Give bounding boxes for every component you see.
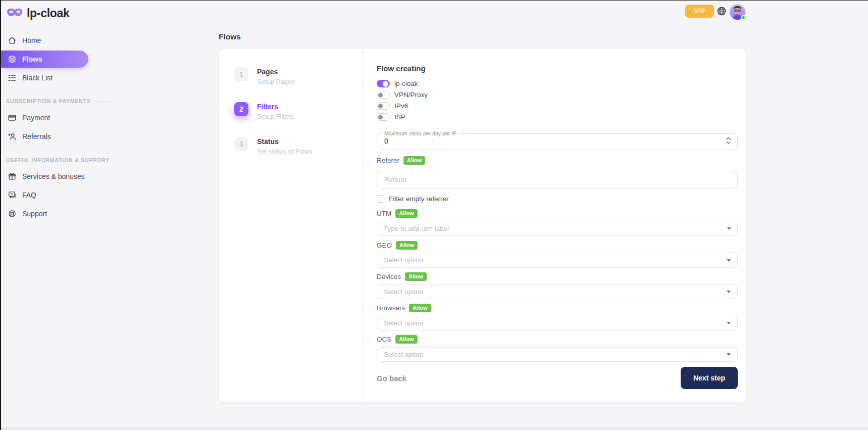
- flow-card: 1 Pages Setup Pages 2 Filters Setup Filt…: [219, 49, 746, 402]
- chevron-down-icon[interactable]: [727, 227, 731, 230]
- step-subtitle: Setup Filters: [257, 113, 294, 120]
- select-placeholder: Select option: [384, 319, 423, 327]
- utm-allow-badge[interactable]: Allow: [395, 209, 417, 218]
- browsers-allow-badge[interactable]: Allow: [409, 304, 431, 312]
- chevron-down-icon: [727, 259, 731, 262]
- flow-form: Flow creating lp-cloak VPN/Proxy IPv6 IS…: [363, 49, 746, 402]
- step-pages[interactable]: 1 Pages Setup Pages: [234, 67, 362, 85]
- geo-allow-badge[interactable]: Allow: [396, 241, 418, 250]
- ocs-allow-badge[interactable]: Allow: [395, 335, 417, 344]
- steps-column: 1 Pages Setup Pages 2 Filters Setup Filt…: [219, 49, 363, 402]
- payment-icon: [8, 113, 17, 122]
- step-title: Pages: [257, 67, 294, 76]
- lp-cloak-toggle[interactable]: [377, 80, 390, 87]
- brand[interactable]: lp-cloak: [7, 7, 70, 20]
- devices-select[interactable]: Select option: [377, 284, 738, 299]
- step-title: Status: [257, 137, 313, 146]
- chevron-down-icon: [727, 322, 731, 324]
- sidebar-item-label: Payment: [22, 114, 50, 122]
- devices-label: Devices: [377, 273, 401, 280]
- sidebar-item-label: FAQ: [22, 191, 36, 199]
- max-clicks-field: Maximum clicks per day per IP: [377, 130, 738, 150]
- toggle-knob: [378, 115, 383, 119]
- support-icon: [8, 209, 17, 218]
- sidebar-item-home[interactable]: Home: [1, 32, 88, 49]
- filter-empty-referrer-checkbox[interactable]: [377, 195, 384, 203]
- bottom-scroll-strip[interactable]: [1, 427, 868, 430]
- referer-allow-badge[interactable]: Allow: [403, 156, 425, 165]
- geo-label-row: GEO Allow: [377, 241, 738, 249]
- step-status[interactable]: 3 Status Set status of Flows: [234, 137, 362, 155]
- browsers-label-row: Browsers Allow: [377, 304, 738, 312]
- language-globe-icon[interactable]: [717, 6, 727, 16]
- go-back-button[interactable]: Go back: [377, 374, 406, 383]
- chevron-down-icon: [727, 353, 731, 356]
- geo-label: GEO: [377, 242, 392, 249]
- toggle-row-lp-cloak: lp-cloak: [377, 80, 738, 87]
- toggle-label: VPN/Proxy: [394, 91, 428, 99]
- sidebar-item-black-list[interactable]: Black List: [1, 69, 88, 86]
- app-window: lp-cloak Home Flows: [0, 0, 868, 430]
- sidebar-item-label: Flows: [22, 55, 42, 63]
- page-title: Flows: [219, 32, 241, 41]
- referer-label: Referer: [377, 157, 399, 164]
- sidebar-item-label: Black List: [22, 74, 53, 82]
- geo-select[interactable]: Select option: [377, 253, 738, 267]
- step-subtitle: Setup Pages: [257, 78, 294, 85]
- step-number-badge: 2: [234, 102, 248, 116]
- toggle-knob: [378, 104, 383, 108]
- ipv6-toggle[interactable]: [377, 102, 390, 110]
- max-clicks-input[interactable]: [384, 135, 720, 147]
- sidebar-item-label: Services & bonuses: [22, 172, 85, 180]
- toggle-row-vpn-proxy: VPN/Proxy: [377, 91, 738, 99]
- sidebar-item-flows[interactable]: Flows: [1, 51, 88, 68]
- brand-name: lp-cloak: [27, 7, 70, 20]
- sidebar-section-title: USEFUL INFORMATION & SUPPORT: [1, 156, 94, 164]
- sidebar-item-faq[interactable]: ?! FAQ: [1, 186, 88, 204]
- toggle-row-ipv6: IPv6: [377, 102, 738, 110]
- online-status-dot: [741, 15, 746, 20]
- referrals-icon: [8, 132, 17, 141]
- toggle-row-isp: ISP: [377, 113, 738, 121]
- sidebar-section-title: SUBSCRIPTION & PAYMENTS: [1, 97, 94, 105]
- sidebar-item-services-bonuses[interactable]: Services & bonuses: [1, 168, 88, 185]
- utm-combo: [377, 221, 738, 236]
- utm-input[interactable]: [377, 221, 738, 236]
- avatar[interactable]: [730, 4, 745, 20]
- home-icon: [8, 36, 17, 45]
- toggle-label: ISP: [394, 113, 405, 121]
- step-filters[interactable]: 2 Filters Setup Filters: [234, 102, 362, 120]
- isp-toggle[interactable]: [377, 113, 390, 121]
- ocs-label: OCS: [377, 336, 391, 343]
- ocs-select[interactable]: Select option: [377, 347, 738, 362]
- sidebar: Home Flows Black List SUBSCRIPTION & PAY…: [1, 32, 94, 224]
- step-number-badge: 1: [234, 67, 248, 81]
- next-step-button[interactable]: Next step: [681, 367, 738, 389]
- sidebar-item-support[interactable]: Support: [1, 205, 88, 222]
- black-list-icon: [8, 73, 17, 82]
- select-placeholder: Select option: [384, 256, 423, 264]
- filter-empty-referrer-row[interactable]: Filter empty referrer: [377, 195, 738, 203]
- sidebar-item-payment[interactable]: Payment: [1, 109, 88, 126]
- select-placeholder: Select option: [384, 288, 423, 296]
- browsers-select[interactable]: Select option: [377, 316, 738, 330]
- sidebar-item-referrals[interactable]: Referrals: [1, 128, 88, 145]
- flows-icon: [8, 55, 17, 64]
- step-title: Filters: [257, 102, 294, 111]
- faq-icon: ?!: [8, 190, 17, 200]
- select-placeholder: Select option: [384, 351, 423, 358]
- step-subtitle: Set status of Flows: [257, 148, 313, 155]
- vip-button[interactable]: VIP: [685, 5, 714, 18]
- form-actions: Go back Next step: [377, 367, 738, 389]
- devices-allow-badge[interactable]: Allow: [405, 272, 427, 281]
- vpn-proxy-toggle[interactable]: [377, 91, 390, 99]
- referer-input[interactable]: [377, 171, 738, 188]
- chevron-down-icon: [727, 291, 731, 293]
- sidebar-item-label: Referrals: [22, 132, 51, 140]
- sidebar-item-label: Support: [22, 210, 47, 218]
- toggle-label: lp-cloak: [394, 80, 418, 87]
- form-title: Flow creating: [377, 64, 738, 73]
- gift-icon: [8, 172, 17, 181]
- browsers-label: Browsers: [377, 304, 405, 312]
- number-stepper-icon[interactable]: [726, 137, 731, 146]
